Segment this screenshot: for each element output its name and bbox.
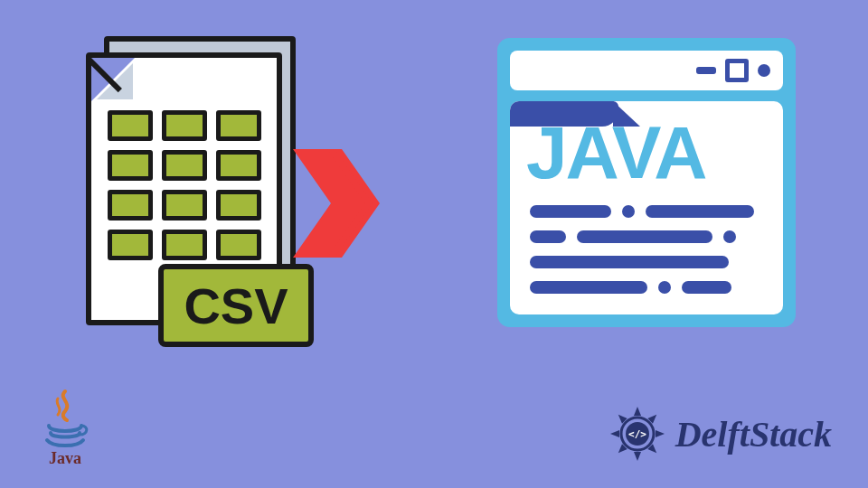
grid-cell bbox=[162, 110, 207, 141]
grid-cell bbox=[108, 150, 153, 181]
code-segment bbox=[530, 281, 647, 294]
code-row bbox=[530, 281, 763, 294]
grid-cell bbox=[162, 190, 207, 221]
code-segment bbox=[530, 230, 566, 243]
java-logo-label: Java bbox=[29, 449, 101, 468]
code-row bbox=[530, 230, 763, 243]
code-dot bbox=[658, 281, 671, 294]
java-title-text: JAVA bbox=[526, 110, 706, 195]
grid-cell bbox=[216, 230, 261, 260]
code-segment bbox=[530, 256, 729, 268]
maximize-icon bbox=[725, 59, 749, 82]
csv-badge: CSV bbox=[158, 264, 314, 347]
java-code-window: JAVA bbox=[497, 38, 796, 327]
svg-marker-3 bbox=[634, 407, 641, 416]
illustration-canvas: CSV JAVA bbox=[0, 0, 868, 488]
csv-badge-text: CSV bbox=[184, 277, 288, 335]
code-row bbox=[530, 205, 763, 218]
svg-marker-4 bbox=[634, 452, 641, 461]
delftstack-badge-icon: </> bbox=[609, 405, 666, 463]
spreadsheet-grid bbox=[108, 110, 261, 260]
code-segment bbox=[530, 205, 611, 218]
delftstack-text: DelftStack bbox=[675, 413, 832, 455]
code-row bbox=[530, 256, 763, 268]
grid-cell bbox=[216, 150, 261, 181]
code-segment bbox=[682, 281, 731, 294]
svg-marker-6 bbox=[656, 430, 665, 437]
window-titlebar bbox=[510, 51, 783, 90]
grid-cell bbox=[162, 150, 207, 181]
grid-cell bbox=[216, 190, 261, 221]
code-lines bbox=[530, 205, 763, 294]
svg-marker-2 bbox=[293, 149, 365, 258]
grid-cell bbox=[108, 230, 153, 260]
page-fold-edge bbox=[91, 58, 135, 101]
code-dot bbox=[622, 205, 635, 218]
delftstack-logo: </> DelftStack bbox=[609, 405, 832, 463]
code-dot bbox=[723, 230, 736, 243]
svg-marker-5 bbox=[610, 430, 619, 437]
grid-cell bbox=[216, 110, 261, 141]
java-cup-icon bbox=[40, 388, 90, 451]
window-body: JAVA bbox=[510, 101, 783, 314]
grid-cell bbox=[108, 110, 153, 141]
code-segment bbox=[646, 205, 754, 218]
java-logo: Java bbox=[29, 388, 101, 468]
code-segment bbox=[577, 230, 712, 243]
grid-cell bbox=[162, 230, 207, 260]
close-icon bbox=[758, 64, 770, 77]
grid-cell bbox=[108, 190, 153, 221]
minimize-icon bbox=[696, 67, 716, 74]
svg-text:</>: </> bbox=[628, 428, 646, 440]
